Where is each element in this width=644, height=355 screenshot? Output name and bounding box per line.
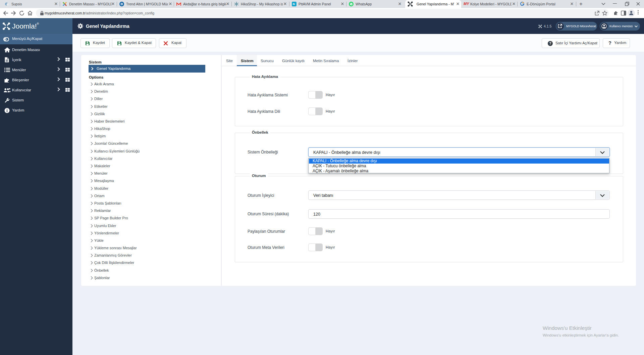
- svg-text:?: ?: [549, 42, 551, 45]
